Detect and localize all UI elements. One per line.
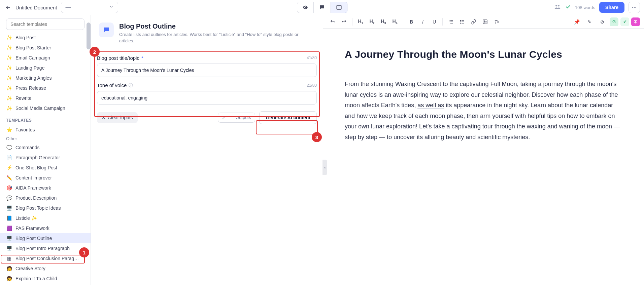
sidebar-item-label: Blog Post Conclusion Parag… (15, 256, 79, 261)
italic-icon[interactable]: I (417, 17, 428, 27)
sidebar-item[interactable]: 💬Product Description (0, 193, 91, 203)
h1-icon[interactable]: H1 (355, 17, 366, 27)
sidebar-item[interactable]: ✨Rewrite (0, 93, 91, 103)
document-title[interactable]: Untitled Document (15, 5, 57, 10)
shield-badge[interactable]: ✔ (620, 17, 629, 26)
image-icon[interactable] (480, 17, 490, 27)
field-tone: Tone of voice ⓘ 21/80 (97, 78, 317, 106)
svg-point-6 (634, 7, 635, 8)
outputs-input[interactable] (222, 115, 232, 120)
sparkle-icon: ✨ (6, 45, 12, 51)
svg-point-7 (635, 7, 636, 8)
info-icon[interactable]: ⓘ (129, 82, 133, 88)
document-heading[interactable]: A Journey Through the Moon's Lunar Cycle… (345, 49, 622, 60)
sidebar-item-label: Marketing Angles (15, 75, 52, 81)
sidebar-item[interactable]: 🎯AIDA Framework (0, 183, 91, 193)
sidebar: ✨Blog Post✨Blog Post Starter✨Email Campa… (0, 15, 91, 285)
sidebar-item-label: Favorites (15, 127, 35, 132)
svg-rect-8 (105, 29, 107, 29)
field-tone-label: Tone of voice ⓘ (97, 82, 133, 88)
underline-icon[interactable]: U (429, 17, 440, 27)
sidebar-item[interactable]: 🖥️Blog Post Intro Paragraph (0, 243, 91, 253)
link-icon[interactable] (468, 17, 479, 27)
field-title: Blog post title/topic * 41/80 (97, 51, 317, 78)
sidebar-item[interactable]: ✨Blog Post (0, 33, 91, 43)
sparkle-icon: ✨ (6, 105, 12, 111)
view-mode-toggle (297, 2, 347, 13)
editor-body[interactable]: A Journey Through the Moon's Lunar Cycle… (323, 29, 644, 142)
sidebar-item[interactable]: 📄Paragraph Generator (0, 153, 91, 163)
sidebar-item[interactable]: 🗨️Commands (0, 142, 91, 153)
status-dropdown[interactable]: — (61, 2, 118, 13)
collapse-handle-icon[interactable]: « (323, 160, 327, 175)
back-arrow-icon[interactable] (4, 3, 12, 11)
pin-icon[interactable]: 📌 (571, 17, 582, 27)
edit-icon[interactable]: ✎ (584, 17, 595, 27)
sidebar-item[interactable]: ✨Social Media Campaign (0, 103, 91, 113)
template-item-icon: 🧒 (6, 276, 12, 282)
sidebar-item[interactable]: 🧑Creative Story (0, 263, 91, 274)
h4-icon[interactable]: H4 (389, 17, 400, 27)
clear-format-icon[interactable]: Tx (491, 17, 502, 27)
sidebar-item-label: PAS Framework (15, 226, 49, 231)
sidebar-item-label: Press Release (15, 85, 46, 91)
sidebar-item[interactable]: 🧒Explain It To a Child (0, 274, 91, 284)
sidebar-item[interactable]: ✨Email Campaign (0, 53, 91, 63)
svg-point-18 (460, 23, 461, 23)
document-paragraph[interactable]: From the stunning Waxing Crescent to the… (345, 79, 622, 142)
generate-button[interactable]: Generate AI content (259, 111, 317, 124)
ordered-list-icon[interactable] (445, 17, 456, 27)
sidebar-item-label: Email Campaign (15, 55, 50, 60)
share-button[interactable]: Share (599, 2, 624, 13)
grammar-badge[interactable]: G (610, 17, 618, 26)
h2-icon[interactable]: H2 (367, 17, 377, 27)
sidebar-item[interactable]: ✨Blog Post Starter (0, 43, 91, 53)
sidebar-item[interactable]: 🟪PAS Framework (0, 223, 91, 233)
more-menu-icon[interactable] (629, 2, 640, 13)
sidebar-item[interactable]: 🖥️Blog Post Topic Ideas (0, 203, 91, 213)
unordered-list-icon[interactable] (457, 17, 468, 27)
sidebar-item[interactable]: ⚡One-Shot Blog Post (0, 163, 91, 173)
redo-icon[interactable] (339, 17, 349, 27)
scrollbar[interactable] (87, 23, 91, 49)
sidebar-item[interactable]: ✨Marketing Angles (0, 73, 91, 83)
status-dropdown-label: — (65, 4, 71, 10)
sidebar-item[interactable]: ▦Blog Post Conclusion Parag… (0, 253, 91, 263)
sidebar-item[interactable]: ✏️Content Improver (0, 173, 91, 183)
collaborators-icon[interactable] (554, 3, 561, 11)
sidebar-item[interactable]: ✨Press Release (0, 83, 91, 93)
template-item-icon: 🖥️ (6, 205, 12, 211)
clear-inputs-button[interactable]: ✕ Clear inputs (97, 112, 138, 123)
sidebar-item[interactable]: 📘Listicle ✨ (0, 213, 91, 223)
chat-icon[interactable] (314, 2, 331, 13)
form-description: Create lists and outlines for articles. … (119, 32, 308, 44)
sidebar-favorites[interactable]: ⭐ Favorites (0, 125, 91, 135)
saved-check-icon (565, 4, 571, 11)
sidebar-item-label: Paragraph Generator (15, 155, 60, 160)
outputs-label: Outputs (236, 115, 251, 120)
outputs-stepper[interactable]: Outputs (218, 113, 256, 123)
sparkle-icon: ✨ (6, 65, 12, 71)
notify-badge[interactable]: ① (631, 17, 640, 26)
h3-icon[interactable]: H3 (378, 17, 389, 27)
sidebar-item-label: Blog Post Topic Ideas (15, 205, 61, 211)
svg-point-17 (460, 22, 461, 22)
split-view-icon[interactable] (331, 2, 347, 13)
svg-point-20 (484, 21, 485, 22)
sparkle-icon: ✨ (6, 35, 12, 41)
sidebar-item-label: Blog Post Outline (15, 236, 52, 241)
sidebar-item-label: AIDA Framework (15, 185, 51, 191)
sidebar-item[interactable]: ✨Landing Page (0, 63, 91, 73)
sparkle-icon: ✨ (6, 85, 12, 91)
close-icon: ✕ (102, 115, 106, 120)
eye-icon[interactable] (297, 2, 314, 13)
template-icon (99, 23, 114, 37)
globe-icon[interactable]: ⊘ (597, 17, 608, 27)
bold-icon[interactable]: B (406, 17, 417, 27)
tone-input[interactable] (97, 91, 317, 105)
title-input[interactable] (97, 64, 317, 77)
undo-icon[interactable] (327, 17, 338, 27)
sparkle-icon: ✨ (6, 95, 12, 101)
search-input[interactable] (6, 18, 84, 30)
sidebar-item[interactable]: 🖥️Blog Post Outline (0, 233, 91, 243)
